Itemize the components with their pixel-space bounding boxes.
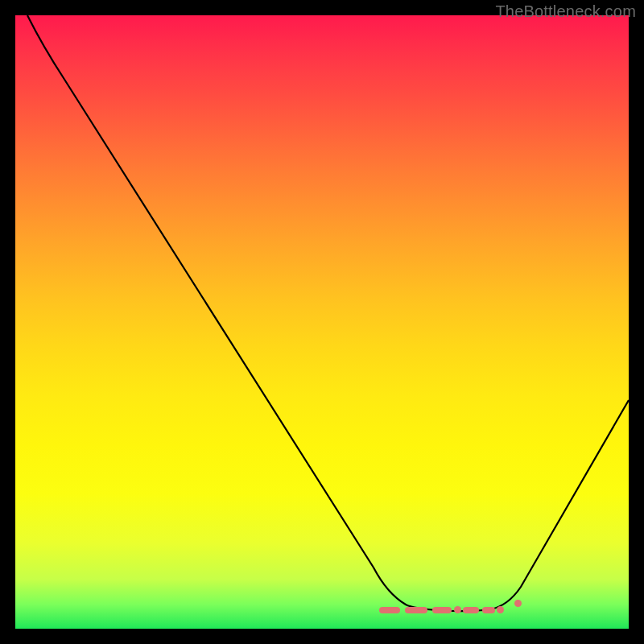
- curve-path: [27, 15, 629, 611]
- gradient-plot-area: [15, 15, 629, 629]
- watermark-text: TheBottleneck.com: [495, 2, 636, 21]
- mismatch-curve: [15, 15, 629, 629]
